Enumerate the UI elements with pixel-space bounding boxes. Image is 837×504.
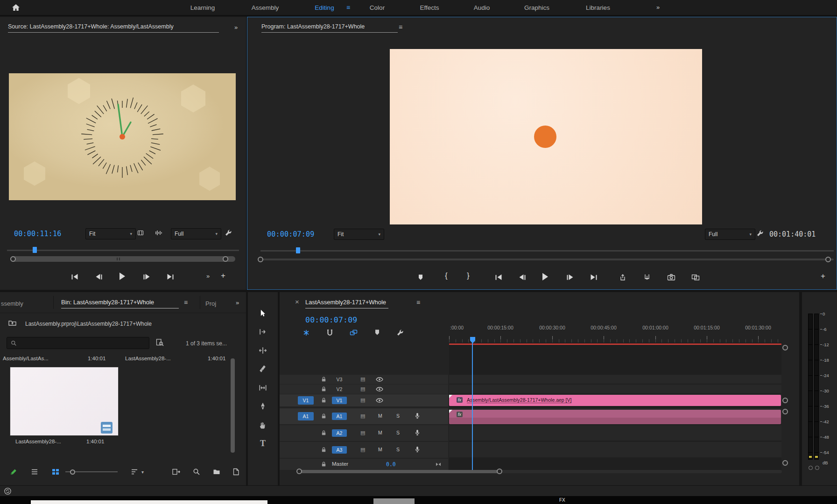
mark-out-button[interactable]: } xyxy=(467,271,469,281)
meter-knob[interactable] xyxy=(809,466,813,470)
sync-status-icon[interactable] xyxy=(4,487,12,495)
workspace-tab-editing[interactable]: Editing xyxy=(315,4,334,11)
program-scrubber[interactable] xyxy=(260,250,834,252)
voiceover-mic-icon[interactable] xyxy=(414,429,421,436)
program-zoom-scrollbar[interactable] xyxy=(260,259,834,260)
track-output-eye-icon[interactable] xyxy=(376,385,383,393)
step-back-button[interactable] xyxy=(96,272,102,282)
track-name-button[interactable]: A2 xyxy=(332,429,347,437)
hand-tool-button[interactable] xyxy=(257,420,268,431)
track-output-eye-icon[interactable] xyxy=(376,376,383,383)
voiceover-mic-icon[interactable] xyxy=(414,413,421,419)
hscroll-handle-right[interactable] xyxy=(497,469,502,474)
workspace-menu-icon[interactable]: ≡ xyxy=(346,4,350,11)
fx-badge[interactable]: fx xyxy=(457,412,463,417)
slip-tool-button[interactable] xyxy=(257,382,268,393)
list-view-button[interactable] xyxy=(31,468,38,476)
project-scrollbar[interactable] xyxy=(231,358,235,453)
track-lock-icon[interactable] xyxy=(321,447,327,453)
item-label[interactable]: LastAssembly28-... xyxy=(125,356,171,361)
project-breadcrumb[interactable]: LastAssembly.prproj\LastAssembly28-1717+… xyxy=(25,321,152,327)
item-thumbnail[interactable] xyxy=(10,367,119,436)
program-timecode[interactable]: 00:00:07:09 xyxy=(267,230,315,238)
project-search-input[interactable] xyxy=(20,338,148,349)
track-lock-icon[interactable] xyxy=(321,397,327,403)
mark-in-button[interactable]: { xyxy=(445,271,447,281)
source-zoom-handle-right[interactable] xyxy=(223,256,228,262)
mute-button[interactable]: M xyxy=(378,430,382,435)
icon-view-button[interactable] xyxy=(52,468,59,476)
source-monitor-title[interactable]: Source: LastAssembly28-1717+Whole: Assem… xyxy=(8,23,219,33)
solo-button[interactable]: S xyxy=(396,430,400,435)
source-zoom-scrollbar[interactable] xyxy=(10,256,235,262)
new-bin-button[interactable] xyxy=(213,468,220,476)
zoom-slider-handle[interactable] xyxy=(70,469,75,475)
nest-toggle-button[interactable] xyxy=(302,329,310,336)
track-select-forward-tool-button[interactable] xyxy=(257,326,268,337)
workspace-tab-graphics[interactable]: Graphics xyxy=(524,4,549,11)
source-zoom-select[interactable]: Fit▾ xyxy=(85,228,136,239)
new-item-button[interactable] xyxy=(232,468,239,476)
workspace-tab-audio[interactable]: Audio xyxy=(474,4,490,11)
track-scroll-knob[interactable] xyxy=(782,460,788,466)
play-button[interactable] xyxy=(120,271,125,281)
track-name-button[interactable]: V3 xyxy=(332,376,347,383)
video-clip[interactable]: fx Assembly/LastAssembly28-1717+Whole.ae… xyxy=(449,395,781,406)
bin-filter-icon[interactable] xyxy=(156,338,164,346)
play-button[interactable] xyxy=(542,272,548,282)
track-scroll-knob[interactable] xyxy=(782,398,788,403)
track-name-button[interactable]: V1 xyxy=(332,397,347,404)
track-lock-icon[interactable] xyxy=(321,386,327,392)
track-scroll-knob[interactable] xyxy=(782,409,788,414)
ripple-edit-tool-button[interactable] xyxy=(257,345,268,356)
program-zoom-select[interactable]: Fit▾ xyxy=(334,229,384,240)
track-name-button[interactable]: A3 xyxy=(332,446,347,454)
program-monitor-title[interactable]: Program: LastAssembly28-1717+Whole xyxy=(261,23,398,33)
program-resolution-select[interactable]: Full▾ xyxy=(705,229,755,240)
track-name-button[interactable]: V2 xyxy=(332,385,347,393)
home-icon[interactable] xyxy=(11,3,21,13)
sync-lock-icon[interactable]: ▤ xyxy=(360,376,365,382)
sort-button[interactable] xyxy=(131,469,138,475)
snap-button[interactable] xyxy=(326,329,333,336)
source-more-buttons[interactable]: » xyxy=(206,273,210,280)
pan-icon[interactable] xyxy=(436,462,441,467)
timeline-ruler[interactable]: :00:00 00:00:15:00 00:00:30:00 00:00:45:… xyxy=(449,323,782,343)
program-panel-menu-icon[interactable]: ≡ xyxy=(399,23,402,31)
item-label[interactable]: Assembly/LastAs... xyxy=(3,356,49,361)
solo-button[interactable]: S xyxy=(396,447,400,452)
source-resolution-select[interactable]: Full▾ xyxy=(171,228,221,239)
timeline-hscrollbar[interactable] xyxy=(301,470,500,473)
track-scroll-knob[interactable] xyxy=(782,345,788,350)
sync-lock-icon[interactable]: ▤ xyxy=(360,447,365,453)
mute-button[interactable]: M xyxy=(378,447,382,452)
pen-tool-button[interactable] xyxy=(257,401,268,412)
program-playhead[interactable] xyxy=(296,247,300,253)
timeline-settings-wrench-icon[interactable] xyxy=(396,329,404,336)
workspace-overflow-button[interactable]: » xyxy=(656,4,660,11)
master-volume-value[interactable]: 0.0 xyxy=(386,461,396,468)
source-zoom-handle-left[interactable] xyxy=(10,256,16,262)
track-output-eye-icon[interactable] xyxy=(376,397,383,404)
timeline-tab[interactable]: LastAssembly28-1717+Whole xyxy=(305,299,388,308)
track-lock-icon[interactable] xyxy=(321,376,327,382)
timeline-close-button[interactable]: × xyxy=(295,298,299,306)
track-lock-icon[interactable] xyxy=(321,461,327,467)
lift-button[interactable] xyxy=(619,272,626,282)
source-patch-button[interactable]: A1 xyxy=(298,412,314,420)
program-zoom-handle-left[interactable] xyxy=(258,257,263,262)
drag-audio-icon[interactable] xyxy=(155,229,162,237)
voiceover-mic-icon[interactable] xyxy=(414,446,421,453)
selection-tool-button[interactable] xyxy=(257,308,268,319)
extract-button[interactable] xyxy=(643,272,651,282)
export-frame-camera-icon[interactable] xyxy=(668,272,675,282)
step-back-button[interactable] xyxy=(520,272,526,282)
go-to-out-button[interactable] xyxy=(591,272,597,282)
timeline-timecode[interactable]: 00:00:07:09 xyxy=(305,315,357,324)
project-tab-partial-right[interactable]: Proj xyxy=(205,300,216,307)
project-tab-partial-left[interactable]: ssembly xyxy=(1,300,23,307)
sync-lock-icon[interactable]: ▤ xyxy=(360,397,365,403)
source-playhead[interactable] xyxy=(33,247,37,253)
sync-lock-icon[interactable]: ▤ xyxy=(360,430,365,436)
project-bin-tab[interactable]: Bin: LastAssembly28-1717+Whole xyxy=(61,299,179,308)
